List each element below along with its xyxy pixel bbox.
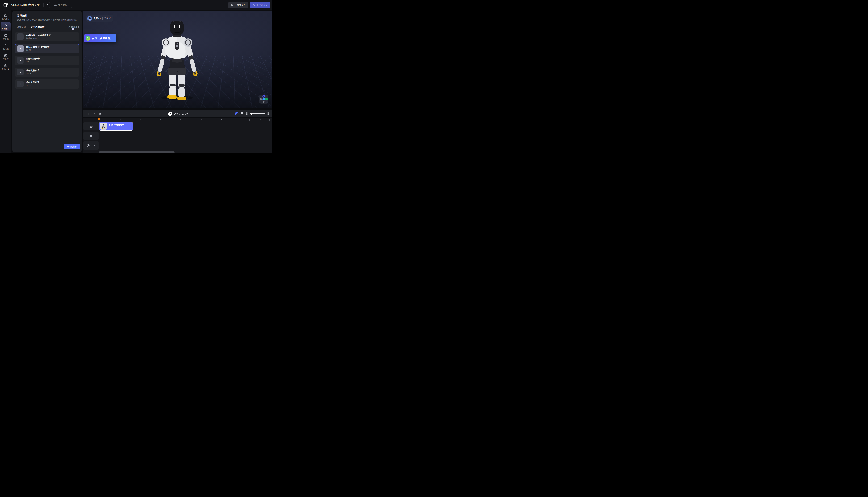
onboarding-tooltip: 1 点击【合成语音】 [84, 34, 116, 42]
start-arrange-button[interactable]: 开始编排 [64, 144, 80, 150]
clip-trim-handle-left[interactable] [100, 125, 100, 128]
delete-clip-button[interactable] [97, 112, 102, 115]
runner-icon [108, 124, 111, 126]
audio-item[interactable]: 哈哈大笑声音 00:03 [15, 79, 79, 89]
sidebar-item-expression-library[interactable]: 表情库 [0, 34, 11, 40]
deploy-to-device-button[interactable]: 下发到设备 [250, 2, 270, 8]
tooltip-text: 点击【合成语音】 [92, 37, 113, 40]
timeline-zoom-slider[interactable] [251, 113, 265, 114]
robot-face-icon [4, 34, 7, 37]
track-header-audio[interactable] [83, 141, 99, 150]
axis-y-label: Y [263, 98, 264, 100]
save-label: 合成并保存 [235, 3, 246, 6]
timeline-clip-walk[interactable]: 超帅走路姿势 [99, 122, 133, 131]
save-button[interactable]: 合成并保存 [228, 2, 248, 8]
ruler-label: 10f [200, 118, 202, 120]
panel-description: 通过音频处理，生成音频素材以及融合动作和表情的音频编排素材 [17, 18, 78, 22]
audio-item[interactable]: 哈哈大笑声音 00:03 [15, 56, 79, 65]
sidebar: 动作模仿 音频编排 表情库 动作库 音频库 [0, 10, 11, 153]
track-header-expression[interactable] [83, 122, 99, 130]
ruler-label: 16f [260, 118, 262, 120]
speaker-icon [92, 144, 96, 147]
play-icon[interactable] [17, 57, 24, 64]
audio-item-title: 哈哈大笑声音 [26, 81, 40, 84]
ruler-label: 6f [160, 118, 162, 120]
play-icon[interactable] [17, 81, 24, 87]
axis-z-label: Z [263, 96, 264, 97]
zoom-out-icon[interactable] [246, 112, 249, 115]
viewport-3d[interactable]: 灵犀X2 青春版 Z Y X [83, 11, 272, 109]
track-mode-button[interactable] [235, 112, 239, 115]
synthesize-voice-link[interactable]: 合成语音 [68, 26, 80, 29]
ruler-label: 4f [140, 118, 141, 120]
axis-gizmo[interactable]: Z Y X [259, 95, 268, 104]
rename-project-button[interactable] [43, 2, 50, 8]
redo-button[interactable] [91, 112, 97, 115]
cloud-unsaved-icon [54, 3, 57, 6]
timeline[interactable]: 0f 2f 4f 6f 8f 10f 12f 14f 16f [83, 118, 272, 153]
app-logo-icon [3, 2, 9, 8]
audio-item-selected[interactable]: 哈哈大笑声音-点击状态 00:03 [15, 44, 79, 53]
zoom-in-icon[interactable] [267, 112, 270, 115]
playhead-line[interactable] [99, 118, 99, 151]
playback-toolbar: 00:00 / 00:30 [83, 110, 272, 117]
audio-item-duration: 00:03 [26, 73, 31, 75]
timeline-horizontal-scrollbar[interactable] [99, 152, 174, 153]
ruler-label: 2f [120, 118, 122, 120]
task-list-icon [4, 64, 7, 67]
audio-arrange-panel: 音频编排 通过音频处理，生成音频素材以及融合动作和表情的音频编排素材 添加音频 … [13, 11, 82, 152]
sidebar-label: 表情库 [3, 38, 9, 40]
sidebar-item-motion-mimic[interactable]: 动作模仿 [0, 14, 11, 20]
sidebar-item-audio-library[interactable]: 音频库 [0, 54, 11, 60]
file-status-label: 文件未保存 [58, 3, 70, 6]
clapperboard-icon [4, 14, 7, 17]
play-icon[interactable] [17, 69, 24, 75]
clip-thumbnail [100, 123, 107, 130]
sparkle-generating-icon [17, 33, 24, 40]
track-header-action[interactable] [83, 131, 99, 140]
audio-item-title: 哈哈大笑声音 [26, 57, 40, 60]
audio-item-generating[interactable]: 百年难得一见的练武奇才 生成中 30% ... [15, 32, 79, 42]
sidebar-item-audio-arrange[interactable]: 音频编排 [1, 22, 11, 31]
sidebar-item-my-tasks[interactable]: 我的任务 [0, 64, 11, 71]
file-status-button[interactable]: 文件未保存 [52, 2, 72, 8]
sidebar-label: 音频库 [3, 58, 9, 60]
play-icon[interactable] [17, 45, 24, 52]
tab-use-synth-material[interactable]: 使用合成素材 [30, 26, 44, 29]
audio-item-title: 哈哈大笑声音-点击状态 [26, 46, 50, 49]
music-frame-icon [4, 54, 7, 57]
audio-dial-icon [87, 144, 90, 147]
axis-x-label: X [266, 98, 267, 100]
clip-trim-handle-right[interactable] [132, 125, 132, 128]
deploy-label: 下发到设备 [256, 3, 268, 6]
robot-avatar [87, 16, 92, 21]
project-title: A1机器人动作-我的项目1 [11, 3, 41, 6]
sparkles-icon [4, 24, 7, 27]
audio-item-title: 哈哈大笑声音 [26, 69, 40, 72]
audio-item[interactable]: 哈哈大笑声音 00:03 [15, 68, 79, 77]
audio-item-duration: 00:03 [26, 49, 31, 51]
clip-label: 超帅走路姿势 [111, 123, 125, 126]
model-name: 灵犀X2 [94, 17, 101, 20]
chevron-right-icon [78, 26, 80, 28]
zoom-slider-handle[interactable] [250, 113, 252, 115]
ruler-label: 14f [240, 118, 242, 120]
sidebar-item-action-library[interactable]: 动作库 [0, 44, 11, 51]
person-icon [4, 44, 7, 47]
panel-title: 音频编排 [17, 14, 27, 17]
ruler-label: 8f [180, 118, 181, 120]
audio-item-duration: 00:03 [26, 61, 31, 63]
pencil-icon [45, 4, 48, 6]
guide-dashed-line-horizontal [73, 38, 84, 38]
audio-item-progress: 生成中 30% ... [26, 37, 39, 40]
robot-download-icon [252, 3, 255, 6]
tab-add-audio[interactable]: 添加音频 [17, 26, 26, 29]
sidebar-label: 我的任务 [2, 68, 10, 71]
fit-timeline-button[interactable] [240, 112, 243, 115]
sidebar-label: 动作库 [3, 48, 9, 51]
robot-model[interactable] [151, 19, 203, 101]
play-button[interactable] [168, 112, 172, 116]
save-icon [230, 4, 233, 6]
undo-button[interactable] [85, 112, 91, 115]
app-window: A1机器人动作-我的项目1 文件未保存 合成并保存 下发 [0, 0, 272, 153]
